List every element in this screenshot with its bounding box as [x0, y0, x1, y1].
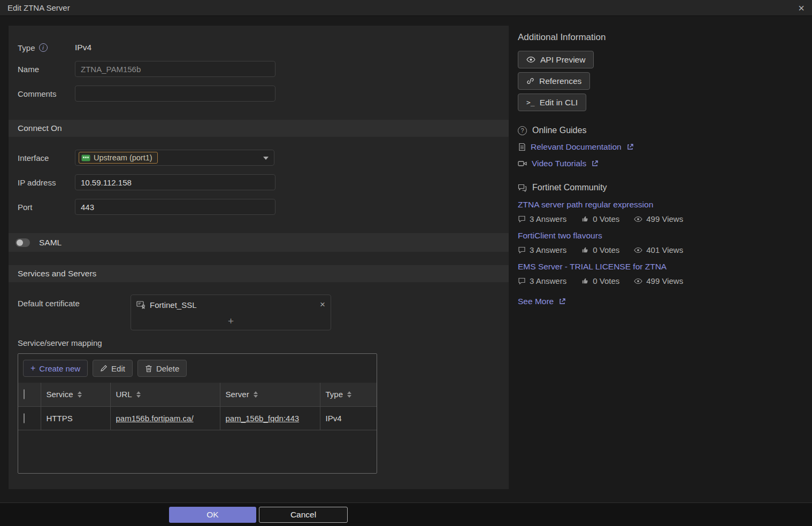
- thumbs-up-icon: [581, 277, 589, 285]
- speech-bubble-icon: [518, 246, 526, 254]
- add-certificate-button[interactable]: [131, 314, 331, 328]
- answers-stat: 3 Answers: [518, 276, 566, 285]
- remove-certificate-icon[interactable]: [320, 299, 325, 310]
- video-tutorials-link[interactable]: Video Tutorials: [518, 159, 807, 168]
- comments-input[interactable]: [75, 86, 275, 102]
- see-more-link[interactable]: See More: [518, 297, 566, 306]
- edit-in-cli-button[interactable]: Edit in CLI: [518, 94, 586, 111]
- comments-label: Comments: [18, 89, 75, 98]
- connect-on-section-header: Connect On: [9, 120, 509, 137]
- certificate-icon: [136, 300, 145, 309]
- trash-icon: [145, 365, 152, 373]
- type-label: Type: [18, 43, 35, 52]
- sort-icon: [347, 391, 351, 398]
- name-input[interactable]: [75, 61, 275, 77]
- interface-port-icon: [81, 154, 90, 161]
- name-row: Name: [18, 61, 509, 77]
- certificate-name: Fortinet_SSL: [150, 300, 197, 310]
- table-row[interactable]: HTTPS pam156b.fortipam.ca/ pam_156b_fqdn…: [18, 406, 377, 430]
- ip-address-input[interactable]: [75, 174, 275, 190]
- saml-row: SAML: [9, 233, 509, 252]
- services-section-header: Services and Servers: [9, 265, 509, 282]
- close-icon[interactable]: [798, 3, 805, 13]
- views-stat: 401 Views: [634, 245, 683, 254]
- comments-row: Comments: [18, 86, 509, 102]
- post-stats: 3 Answers 0 Votes 499 Views: [518, 276, 807, 285]
- external-link-icon: [591, 160, 599, 167]
- type-value: IPv4: [75, 43, 91, 52]
- sort-icon: [254, 391, 258, 398]
- speech-bubble-icon: [518, 277, 526, 285]
- default-certificate-label: Default certificate: [18, 295, 131, 330]
- mapping-table: Service URL Server Type HTTPS pam156b.fo…: [18, 383, 377, 430]
- service-server-mapping-label: Service/server mapping: [18, 338, 509, 347]
- post-title-link[interactable]: ZTNA server path regular expression: [518, 200, 807, 210]
- ok-button[interactable]: OK: [169, 507, 256, 523]
- external-link-icon: [626, 143, 634, 151]
- dialog-titlebar: Edit ZTNA Server: [0, 0, 812, 16]
- thumbs-up-icon: [581, 246, 589, 254]
- interface-select[interactable]: Upstream (port1): [75, 150, 274, 166]
- chevron-down-icon: [263, 157, 269, 160]
- sort-icon: [78, 391, 82, 398]
- column-header-type[interactable]: Type: [320, 383, 377, 406]
- select-all-checkbox[interactable]: [24, 389, 25, 399]
- port-label: Port: [18, 203, 75, 212]
- votes-stat: 0 Votes: [581, 245, 619, 254]
- interface-label: Interface: [18, 153, 75, 163]
- references-button[interactable]: References: [518, 72, 590, 90]
- community-post: EMS Server - TRIAL LICENSE for ZTNA 3 An…: [518, 262, 807, 285]
- cell-server-link[interactable]: pam_156b_fqdn:443: [226, 414, 300, 423]
- post-stats: 3 Answers 0 Votes 499 Views: [518, 214, 807, 223]
- post-title-link[interactable]: FortiClient two flavours: [518, 231, 807, 241]
- port-input[interactable]: [75, 199, 275, 215]
- info-icon[interactable]: [39, 43, 48, 52]
- speech-bubble-icon: [518, 215, 526, 223]
- eye-icon: [634, 278, 642, 284]
- community-post: FortiClient two flavours 3 Answers 0 Vot…: [518, 231, 807, 254]
- saml-toggle[interactable]: [16, 238, 30, 247]
- document-icon: [518, 143, 526, 151]
- service-mapping-table: Create new Edit Delete Service: [18, 353, 377, 474]
- post-stats: 3 Answers 0 Votes 401 Views: [518, 245, 807, 254]
- type-row: Type IPv4: [18, 40, 509, 56]
- dialog-title: Edit ZTNA Server: [7, 3, 70, 12]
- eye-icon: [526, 56, 535, 63]
- column-header-server[interactable]: Server: [220, 383, 320, 406]
- thumbs-up-icon: [581, 215, 589, 223]
- relevant-documentation-link[interactable]: Relevant Documentation: [518, 142, 807, 152]
- ip-address-row: IP address: [18, 174, 509, 190]
- link-icon: [526, 77, 534, 85]
- create-new-button[interactable]: Create new: [23, 360, 88, 377]
- votes-stat: 0 Votes: [581, 214, 619, 223]
- port-row: Port: [18, 199, 509, 215]
- column-header-service[interactable]: Service: [41, 383, 110, 406]
- ip-address-label: IP address: [18, 178, 75, 187]
- pencil-icon: [100, 365, 108, 372]
- cell-url-link[interactable]: pam156b.fortipam.ca/: [116, 414, 194, 423]
- column-header-url[interactable]: URL: [110, 383, 220, 406]
- cancel-button[interactable]: Cancel: [259, 507, 348, 523]
- sort-icon: [136, 391, 141, 398]
- views-stat: 499 Views: [634, 214, 683, 223]
- name-label: Name: [18, 65, 75, 74]
- delete-button[interactable]: Delete: [137, 360, 187, 377]
- api-preview-button[interactable]: API Preview: [518, 51, 594, 68]
- answers-stat: 3 Answers: [518, 214, 566, 223]
- cell-type: IPv4: [320, 406, 377, 430]
- votes-stat: 0 Votes: [581, 276, 619, 285]
- select-all-header: [18, 383, 41, 406]
- certificate-entry: Fortinet_SSL: [131, 295, 331, 314]
- online-guides-header: Online Guides: [518, 126, 807, 135]
- additional-information-panel: Additional Information API Preview Refer…: [518, 32, 807, 306]
- external-link-icon: [558, 298, 566, 305]
- post-title-link[interactable]: EMS Server - TRIAL LICENSE for ZTNA: [518, 262, 807, 272]
- dialog-footer: OK Cancel: [0, 502, 812, 526]
- additional-information-title: Additional Information: [518, 32, 807, 43]
- edit-button[interactable]: Edit: [93, 360, 133, 377]
- chat-bubbles-icon: [518, 184, 527, 192]
- saml-label: SAML: [39, 238, 62, 247]
- row-checkbox[interactable]: [24, 413, 25, 423]
- default-certificate-widget[interactable]: Fortinet_SSL: [131, 295, 331, 330]
- question-circle-icon: [518, 126, 527, 135]
